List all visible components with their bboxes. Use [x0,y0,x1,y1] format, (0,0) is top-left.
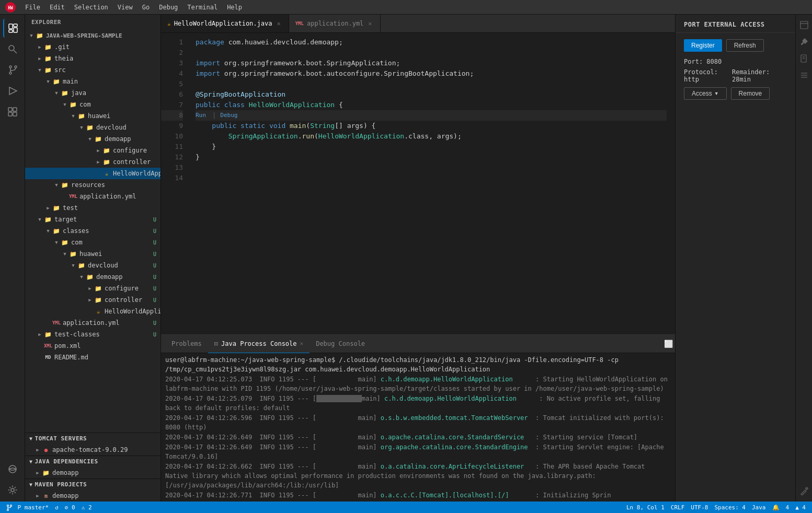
tree-target[interactable]: ▼ 📁 target U [25,214,161,225]
console-line: 2020-04-17 04:12:26.649 INFO 1195 --- [ … [165,433,671,442]
tab-debug-console[interactable]: Debug Console [310,335,371,353]
tree-java[interactable]: ▼ 📁 java [25,87,161,99]
error-count[interactable]: ⊘ 0 [65,504,75,511]
editor-tabs: ☕ HelloWorldApplication.java ✕ YML appli… [161,15,675,33]
svg-rect-2 [9,24,13,29]
register-button[interactable]: Register [684,39,722,52]
warning-count[interactable]: ⚠ 2 [82,504,92,511]
console-line: 2020-04-17 04:12:26.662 INFO 1195 --- [ … [165,462,671,490]
encoding[interactable]: UTF-8 [691,504,708,511]
explorer-icon[interactable] [3,19,22,38]
remote-count[interactable]: ▲ 4 [795,504,806,511]
menu-go[interactable]: Go [138,3,154,12]
maven-section-header[interactable]: ▼ MAVEN PROJECTS [25,479,161,490]
tree-item-label: pom.xml [54,342,161,349]
tree-com2[interactable]: ▼ 📁 com U [25,237,161,248]
cursor-position[interactable]: Ln 8, Col 1 [626,504,665,511]
console-line: 2020-04-17 04:12:25.073 INFO 1195 --- [ … [165,375,671,393]
tree-huawei2[interactable]: ▼ 📁 huawei U [25,248,161,260]
tree-application-yml-target[interactable]: ▶ YML application.yml U [25,317,161,329]
svg-rect-5 [9,30,13,32]
code-editor: 1 2 3 4 5 6 7 8 9 10 11 12 13 14 [161,33,675,334]
tab-label: Problems [171,340,202,347]
tab-helloworldapp[interactable]: ☕ HelloWorldApplication.java ✕ [161,15,289,32]
tree-git[interactable]: ▶ 📁 .git [25,41,161,53]
menu-selection[interactable]: Selection [70,3,112,12]
menu-help[interactable]: Help [223,3,246,12]
tab-problems[interactable]: Problems [165,335,208,353]
menu-file[interactable]: File [21,3,44,12]
tree-controller[interactable]: ▶ 📁 controller [25,156,161,168]
book-icon[interactable] [798,52,810,65]
tree-item-label: HelloWorldApplication.j... [113,170,161,177]
menu-edit[interactable]: Edit [45,3,69,12]
git-activity-icon[interactable] [3,61,22,79]
tree-helloworldapp[interactable]: ▶ ☕ HelloWorldApplication.j... [25,168,161,179]
tree-src[interactable]: ▼ 📁 src [25,64,161,76]
pin-icon[interactable] [798,36,810,48]
tree-huawei[interactable]: ▼ 📁 huawei [25,110,161,122]
code-line: SpringApplication.run(HelloWorldApplicat… [196,131,667,142]
indentation[interactable]: Spaces: 4 [714,504,746,511]
refresh-button[interactable]: Refresh [726,39,764,52]
tree-test[interactable]: ▶ 📁 test [25,202,161,214]
line-ending[interactable]: CRLF [671,504,685,511]
tree-readme[interactable]: ▶ MD README.md [25,352,161,363]
menu-view[interactable]: View [113,3,137,12]
maven-demoapp[interactable]: ▶ m demoapp [25,490,161,502]
tree-pom-xml[interactable]: ▶ XML pom.xml [25,340,161,352]
folder-icon: 📁 [44,43,52,51]
java-deps-demoapp[interactable]: ▶ 📁 demoapp [25,467,161,479]
magic-icon[interactable] [798,485,810,497]
tree-devcloud2[interactable]: ▼ 📁 devcloud U [25,260,161,271]
tree-controller2[interactable]: ▶ 📁 controller U [25,294,161,306]
debug-activity-icon[interactable] [3,81,22,100]
tree-configure[interactable]: ▶ 📁 configure [25,145,161,156]
tree-test-classes[interactable]: ▶ 📁 test-classes U [25,329,161,340]
tree-demoapp2[interactable]: ▼ 📁 demoapp U [25,271,161,283]
git-branch-status[interactable]: P master* [6,504,49,511]
notification-count[interactable]: 4 [786,504,790,511]
settings-activity-icon[interactable] [3,481,22,499]
tree-resources[interactable]: ▼ 📁 resources [25,179,161,191]
run-link[interactable]: Run [196,110,206,121]
tree-helloworldapp2[interactable]: ▶ ☕ HelloWorldApplicatio... U [25,306,161,317]
remote-activity-icon[interactable] [3,460,22,479]
menu-terminal[interactable]: Terminal [183,3,222,12]
language-mode[interactable]: Java [752,504,766,511]
list-icon[interactable] [798,69,810,81]
tree-arrow: ▶ [86,284,94,293]
tab-java-process-console[interactable]: ⊡ Java Process Console ✕ [208,335,310,353]
tree-theia[interactable]: ▶ 📁 theia [25,53,161,64]
code-content[interactable]: package com.huawei.devcloud.demoapp; imp… [187,33,675,334]
tree-root[interactable]: ▼ 📁 JAVA-WEB-SPRING-SAMPLE [25,30,161,41]
search-activity-icon[interactable] [3,40,22,59]
tab-close-button[interactable]: ✕ [300,340,304,347]
tree-com[interactable]: ▼ 📁 com [25,99,161,110]
remove-button[interactable]: Remove [731,87,770,100]
extensions-activity-icon[interactable] [3,102,22,121]
console-output[interactable]: user@labfrm-machine:~/java-web-spring-sa… [161,353,675,502]
java-deps-section-header[interactable]: ▼ JAVA DEPENDENCIES [25,456,161,467]
tab-close-button[interactable]: ✕ [275,19,282,28]
tree-demoapp[interactable]: ▼ 📁 demoapp [25,133,161,145]
menu-debug[interactable]: Debug [155,3,182,12]
expand-panel-button[interactable]: ⬜ [662,340,675,348]
tab-application-yml[interactable]: YML application.yml ✕ [289,15,381,32]
debug-link[interactable]: Debug [220,110,237,121]
tab-close-button[interactable]: ✕ [367,19,373,28]
access-button[interactable]: Access ▼ [684,87,727,100]
tomcat-section-header[interactable]: ▼ TOMCAT SERVERS [25,433,161,444]
tree-classes[interactable]: ▼ 📁 classes U [25,225,161,237]
tomcat-server-item[interactable]: ▶ ● apache-tomcat-9.0.29 [25,444,161,456]
sync-status[interactable]: ↺ [55,504,59,511]
tree-main[interactable]: ▼ 📁 main [25,76,161,87]
svg-rect-3 [14,24,17,27]
tree-devcloud[interactable]: ▼ 📁 devcloud [25,122,161,133]
menu-bar: HW File Edit Selection View Go Debug Ter… [0,0,812,15]
panel-layout-icon[interactable] [798,19,810,31]
notification-icon[interactable]: 🔔 [772,504,780,511]
tree-badge: U [153,286,156,292]
tree-application-yml-src[interactable]: ▶ YML application.yml [25,191,161,202]
tree-configure2[interactable]: ▶ 📁 configure U [25,283,161,294]
